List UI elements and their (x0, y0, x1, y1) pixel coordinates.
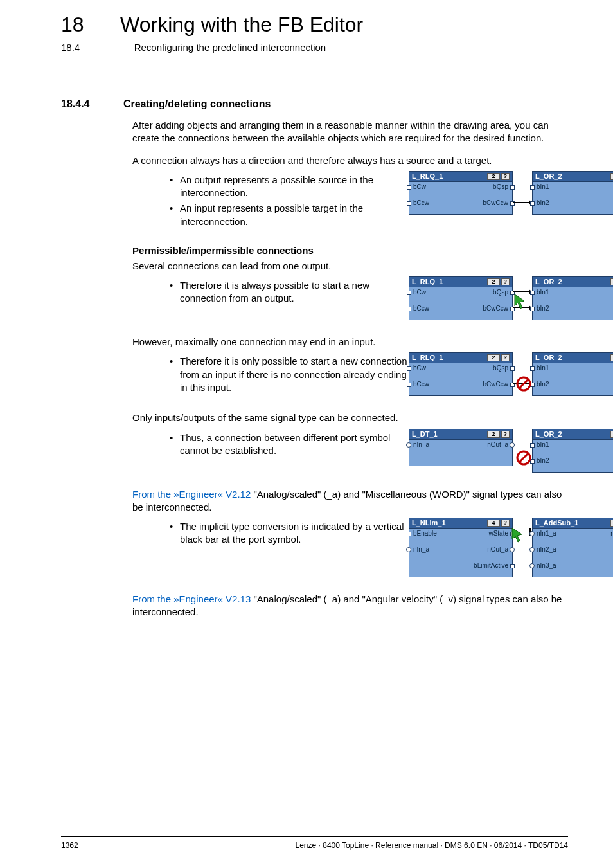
fb-help-icon: ? (501, 173, 510, 180)
fb-port-in: bIn2 (537, 458, 549, 464)
fb-port-in: bCw (413, 184, 426, 190)
fb-rlq: L_RLQ_1 2 ? bCwbQsp bCcwbCwCcw (409, 276, 513, 320)
list-item: An output represents a possible source i… (170, 174, 409, 200)
fb-port-out: bQsp (493, 365, 508, 372)
fb-order-badge: 5 (610, 520, 613, 527)
fb-order-badge: 3 (610, 278, 613, 285)
fb-port-in: nIn3_a (537, 563, 556, 569)
chapter-number: 18 (61, 13, 84, 37)
fb-name: L_RLQ_1 (412, 354, 443, 361)
fb-help-icon: ? (501, 431, 510, 438)
fb-port-out: nOut_a (487, 442, 508, 448)
fb-port-in: bIn1 (537, 289, 549, 296)
connection-arrow (513, 291, 532, 292)
fb-port-in: bIn1 (537, 365, 549, 372)
fb-port-out: bCwCcw (483, 305, 508, 312)
list-item: An input represents a possible target in… (170, 202, 409, 228)
fb-name: L_OR_2 (535, 431, 562, 438)
fb-nlim: L_NLim_1 4 ? bEnablewState nIn_anOut_a b… (409, 518, 513, 577)
fb-port-out: wState (488, 530, 508, 537)
version-note-link: From the »Engineer« V2.12 (132, 489, 251, 500)
fb-order-badge: 2 (487, 173, 499, 180)
fb-order-badge: 2 (487, 278, 499, 285)
fb-port-in: nIn2_a (537, 547, 556, 553)
fb-name: L_OR_2 (535, 173, 562, 180)
fb-port-in: bCw (413, 289, 426, 296)
fb-order-badge: 2 (487, 431, 499, 438)
diagram-output-input: L_RLQ_1 2 ? bCwbQsp bCcwbCwCcw (409, 171, 613, 215)
fb-port-out: nOut_a (487, 547, 508, 553)
fb-name: L_AddSub_1 (535, 520, 578, 527)
fb-port-in: nIn_a (413, 442, 429, 448)
list-item: Therefore it is only possible to start a… (170, 355, 409, 394)
section-number: 18.4.4 (61, 98, 89, 110)
fb-port-in: bIn2 (537, 381, 549, 388)
diagram-input-limit: L_RLQ_1 2 ? bCwbQsp bCcwbCwCcw (409, 352, 613, 396)
fb-port-out: bLimitActive (474, 563, 508, 569)
list-item: The implicit type conversion is indicate… (170, 520, 409, 547)
paragraph: Only inputs/outputs of the same signal t… (132, 411, 568, 424)
connection-arrow (513, 383, 532, 384)
fb-order-badge: 3 (610, 431, 613, 438)
diagram-multi-out: L_RLQ_1 2 ? bCwbQsp bCcwbCwCcw (409, 276, 613, 320)
list-item: Therefore it is always possible to start… (170, 279, 409, 305)
fb-port-in: bCw (413, 365, 426, 372)
fb-port-in: bCcw (413, 305, 429, 312)
fb-order-badge: 4 (487, 520, 499, 527)
doc-id: Lenze · 8400 TopLine · Reference manual … (296, 841, 568, 850)
fb-port-in: bCcw (413, 381, 429, 388)
fb-port-in: bIn1 (537, 184, 549, 190)
fb-port-in: bIn2 (537, 200, 549, 206)
chapter-title: Working with the FB Editor (120, 13, 363, 37)
fb-port-out: bQsp (493, 184, 508, 190)
fb-rlq: L_RLQ_1 2 ? bCwbQsp bCcwbCwCcw (409, 352, 513, 396)
fb-or: L_OR_2 3 ? bIn1bOut bIn2 (532, 352, 613, 396)
diagram-type-conversion: L_NLim_1 4 ? bEnablewState nIn_anOut_a b… (409, 518, 613, 577)
fb-port-out: bCwCcw (483, 381, 508, 388)
fb-name: L_RLQ_1 (412, 278, 443, 285)
fb-port-out: bQsp (493, 289, 508, 296)
fb-name: L_NLim_1 (412, 520, 446, 527)
page-number: 1362 (61, 841, 78, 850)
separator-dashes: _ _ _ _ _ _ _ _ _ _ _ _ _ _ _ _ _ _ _ _ … (61, 68, 568, 77)
fb-or: L_OR_2 3 ? bIn1bOut bIn2 (532, 429, 613, 473)
fb-order-badge: 2 (487, 354, 499, 361)
fb-port-in: bEnable (413, 530, 437, 537)
fb-help-icon: ? (501, 520, 510, 527)
paragraph: Several connections can lead from one ou… (132, 260, 568, 273)
fb-port-out: bCwCcw (483, 200, 508, 206)
fb-rlq: L_RLQ_1 2 ? bCwbQsp bCcwbCwCcw (409, 171, 513, 215)
version-note-link: From the »Engineer« V2.13 (132, 593, 251, 604)
fb-name: L_RLQ_1 (412, 173, 443, 180)
fb-port-in: bIn2 (537, 305, 549, 312)
fb-help-icon: ? (501, 278, 510, 285)
fb-name: L_DT_1 (412, 431, 438, 438)
diagram-type-mismatch: L_DT_1 2 ? nIn_anOut_a (409, 429, 613, 473)
connection-arrow (513, 202, 532, 203)
fb-order-badge: 3 (610, 173, 613, 180)
fb-name: L_OR_2 (535, 278, 562, 285)
section-title: Creating/deleting connections (123, 98, 271, 110)
fb-order-badge: 3 (610, 354, 613, 361)
fb-port-in: nIn1_a (537, 530, 556, 537)
fb-name: L_OR_2 (535, 354, 562, 361)
paragraph: However, maximally one connection may en… (132, 336, 568, 348)
fb-addsub: L_AddSub_1 5 ? nIn1_anOut_a nIn2_a nIn3_… (532, 518, 613, 577)
fb-dt: L_DT_1 2 ? nIn_anOut_a (409, 429, 513, 466)
fb-or: L_OR_2 3 ? bIn1bOut bIn2 (532, 171, 613, 215)
fb-port-in: nIn_a (413, 547, 429, 553)
fb-port-in: bIn1 (537, 442, 549, 448)
fb-or: L_OR_2 3 ? bIn1bOut bIn2 (532, 276, 613, 320)
connection-arrow (513, 307, 532, 308)
fb-port-in: bCcw (413, 200, 429, 206)
subchapter-title: Reconfiguring the predefined interconnec… (134, 42, 326, 53)
subchapter-number: 18.4 (61, 42, 80, 53)
paragraph: A connection always has a direction and … (132, 154, 568, 167)
fb-help-icon: ? (501, 354, 510, 361)
list-item: Thus, a connection between different por… (170, 431, 409, 458)
paragraph: After adding objects and arranging them … (132, 119, 568, 145)
fb-port-out: nOut_a (610, 530, 613, 537)
sub-heading: Permissible/impermissible connections (132, 245, 568, 256)
